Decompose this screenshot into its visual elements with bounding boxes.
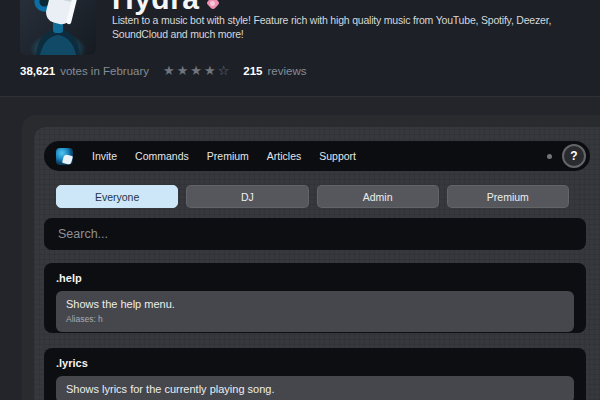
bot-title: Hydra <box>112 0 200 14</box>
command-detail-box: Shows lyrics for the currently playing s… <box>56 376 574 400</box>
certified-badge-icon <box>207 0 219 11</box>
nav-item-support[interactable]: Support <box>319 150 356 162</box>
description-line-2: SoundCloud and much more! <box>112 28 244 40</box>
star-rating-icons: ★★★★☆ <box>163 63 231 78</box>
commands-panel: Invite Commands Premium Articles Support… <box>34 127 600 400</box>
help-button[interactable]: ? <box>562 144 586 168</box>
tab-premium[interactable]: Premium <box>447 185 569 208</box>
reviews-count: 215 <box>243 65 262 77</box>
command-description: Shows lyrics for the currently playing s… <box>66 383 564 395</box>
nav-item-commands[interactable]: Commands <box>135 150 189 162</box>
command-name: .help <box>56 272 574 284</box>
commands-widget-section: Invite Commands Premium Articles Support… <box>0 98 600 400</box>
bot-avatar <box>20 0 96 55</box>
nav-item-articles[interactable]: Articles <box>267 150 301 162</box>
search-input[interactable] <box>44 218 586 250</box>
bot-header: Hydra Listen to a music bot with style! … <box>0 0 600 97</box>
command-card-lyrics: .lyrics Shows lyrics for the currently p… <box>44 348 586 400</box>
nav-item-invite[interactable]: Invite <box>92 150 117 162</box>
command-card-help: .help Shows the help menu. Aliases: h <box>44 263 586 333</box>
command-aliases: Aliases: h <box>66 314 564 324</box>
description-line-1: Listen to a music bot with style! Featur… <box>112 14 551 26</box>
widget-navbar: Invite Commands Premium Articles Support… <box>44 141 590 171</box>
reviews-label: reviews <box>268 65 307 77</box>
command-detail-box: Shows the help menu. Aliases: h <box>56 291 574 332</box>
command-name: .lyrics <box>56 357 574 369</box>
nav-item-premium[interactable]: Premium <box>207 150 249 162</box>
permission-tabs: Everyone DJ Admin Premium <box>56 185 569 208</box>
bot-description: Listen to a music bot with style! Featur… <box>112 13 598 41</box>
title-row: Hydra <box>112 0 219 14</box>
widget-frame: Invite Commands Premium Articles Support… <box>22 115 600 400</box>
tab-dj[interactable]: DJ <box>186 185 308 208</box>
status-dot-icon <box>547 154 552 159</box>
search-bar <box>44 218 586 250</box>
command-description: Shows the help menu. <box>66 298 564 310</box>
bot-listing-page: Hydra Listen to a music bot with style! … <box>0 0 600 400</box>
tab-admin[interactable]: Admin <box>317 185 439 208</box>
votes-count: 38,621 <box>20 65 55 77</box>
votes-label: votes in February <box>60 65 149 77</box>
tab-everyone[interactable]: Everyone <box>56 185 178 208</box>
stats-row: 38,621 votes in February ★★★★☆ 215 revie… <box>20 63 307 78</box>
nav-items: Invite Commands Premium Articles Support <box>92 150 356 162</box>
robot-avatar-image <box>20 0 96 55</box>
hydra-logo-icon <box>56 148 73 165</box>
